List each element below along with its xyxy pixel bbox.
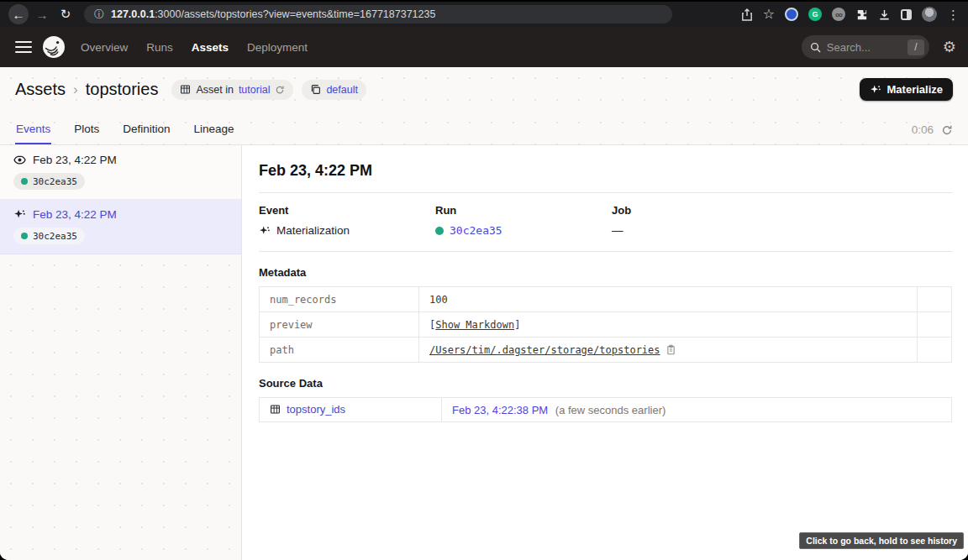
nav-item-deployment[interactable]: Deployment bbox=[247, 41, 308, 54]
browser-toolbar-right: ☆ G oo ⋮ bbox=[741, 7, 960, 22]
browser-window: ← → ↻ ⓘ 127.0.0.1:3000/assets/topstories… bbox=[0, 0, 968, 560]
metadata-key: num_records bbox=[260, 287, 419, 312]
metadata-value: /Users/tim/.dagster/storage/topstories bbox=[419, 338, 918, 363]
source-data-section-title: Source Data bbox=[259, 377, 952, 390]
event-column-label: Event bbox=[259, 204, 435, 217]
event-type-value: Materialization bbox=[276, 224, 350, 237]
tab-definition[interactable]: Definition bbox=[122, 114, 171, 144]
timer-extension-icon[interactable] bbox=[785, 8, 798, 21]
downloads-icon[interactable] bbox=[878, 8, 891, 21]
nav-item-overview[interactable]: Overview bbox=[81, 41, 128, 54]
bookmark-star-icon[interactable]: ☆ bbox=[763, 8, 775, 21]
run-success-dot bbox=[21, 178, 28, 185]
run-success-dot bbox=[435, 227, 444, 235]
nav-item-assets[interactable]: Assets bbox=[192, 41, 229, 54]
primary-nav: Overview Runs Assets Deployment bbox=[81, 41, 308, 54]
run-id-link[interactable]: 30c2ea35 bbox=[450, 224, 502, 237]
tab-events[interactable]: Events bbox=[15, 114, 51, 144]
source-time-cell: Feb 23, 4:22:38 PM (a few seconds earlie… bbox=[442, 398, 952, 422]
show-markdown-link[interactable]: Show Markdown bbox=[435, 319, 514, 331]
run-id-badge[interactable]: 30c2ea35 bbox=[13, 228, 85, 244]
run-id-badge[interactable]: 30c2ea35 bbox=[13, 173, 85, 190]
event-timestamp: Feb 23, 4:22 PM bbox=[33, 208, 117, 221]
copy-to-clipboard-icon[interactable] bbox=[666, 344, 676, 355]
forward-button[interactable]: → bbox=[32, 4, 52, 24]
job-column-label: Job bbox=[612, 204, 788, 217]
metadata-key: preview bbox=[260, 312, 419, 338]
back-button[interactable]: ← bbox=[8, 4, 29, 24]
materialization-sparkle-icon bbox=[259, 225, 271, 237]
grammarly-extension-icon[interactable]: G bbox=[808, 8, 822, 21]
auto-refresh-timer: 0:06 bbox=[912, 123, 953, 144]
observation-eye-icon bbox=[13, 154, 26, 166]
share-icon[interactable] bbox=[741, 8, 753, 21]
materialize-label: Materialize bbox=[887, 83, 943, 96]
site-info-icon[interactable]: ⓘ bbox=[94, 8, 104, 22]
events-view: Feb 23, 4:22 PM 30c2ea35 Feb 23, 4:22 PM… bbox=[0, 144, 968, 560]
group-badge[interactable]: default bbox=[302, 80, 366, 100]
job-column: Job — bbox=[612, 204, 788, 237]
materialize-sparkle-icon bbox=[870, 84, 881, 96]
source-data-table: topstory_ids Feb 23, 4:22:38 PM (a few s… bbox=[259, 397, 952, 422]
event-list-item-materialization[interactable]: Feb 23, 4:22 PM 30c2ea35 bbox=[0, 200, 241, 254]
search-box[interactable]: / bbox=[802, 35, 929, 59]
nav-item-runs[interactable]: Runs bbox=[146, 41, 173, 54]
metadata-value: 100 bbox=[419, 287, 918, 312]
hamburger-menu-icon[interactable] bbox=[15, 41, 32, 53]
event-detail: Feb 23, 4:22 PM Event Materialization Ru… bbox=[242, 145, 968, 560]
tutorial-link[interactable]: tutorial bbox=[239, 84, 271, 96]
metadata-section-title: Metadata bbox=[259, 266, 952, 279]
path-link[interactable]: /Users/tim/.dagster/storage/topstories bbox=[429, 344, 660, 356]
browser-chrome: ← → ↻ ⓘ 127.0.0.1:3000/assets/topstories… bbox=[0, 0, 968, 27]
search-input[interactable] bbox=[827, 41, 897, 54]
reload-button[interactable]: ↻ bbox=[55, 4, 76, 24]
refresh-icon[interactable] bbox=[941, 124, 953, 136]
profile-avatar[interactable] bbox=[922, 7, 937, 22]
metadata-actions-cell bbox=[918, 338, 952, 363]
table-row: topstory_ids Feb 23, 4:22:38 PM (a few s… bbox=[260, 398, 952, 422]
source-time-link[interactable]: Feb 23, 4:22:38 PM bbox=[452, 404, 548, 416]
metadata-key: path bbox=[260, 338, 419, 363]
event-list-item-observation[interactable]: Feb 23, 4:22 PM 30c2ea35 bbox=[0, 145, 241, 200]
materialize-button[interactable]: Materialize bbox=[860, 78, 953, 101]
metadata-actions-cell bbox=[918, 312, 952, 338]
breadcrumb-assets-link[interactable]: Assets bbox=[15, 80, 66, 99]
back-history-tooltip: Click to go back, hold to see history bbox=[799, 532, 964, 549]
table-row: preview [Show Markdown] bbox=[260, 312, 952, 338]
run-success-dot bbox=[21, 233, 28, 239]
event-timestamp: Feb 23, 4:22 PM bbox=[33, 154, 117, 166]
job-value: — bbox=[612, 224, 623, 237]
url-path: :3000/assets/topstories?view=events&time… bbox=[155, 8, 435, 20]
run-id: 30c2ea35 bbox=[33, 176, 77, 187]
browser-menu-icon[interactable]: ⋮ bbox=[947, 8, 960, 21]
address-bar[interactable]: ⓘ 127.0.0.1:3000/assets/topstories?view=… bbox=[84, 5, 672, 24]
tutorial-repo-badge[interactable]: Asset in tutorial bbox=[171, 80, 293, 100]
search-icon bbox=[810, 42, 821, 53]
asset-grid-icon bbox=[270, 404, 281, 415]
group-copy-icon bbox=[310, 84, 321, 95]
metadata-actions-cell bbox=[918, 287, 952, 312]
run-column: Run 30c2ea35 bbox=[435, 204, 612, 237]
event-column: Event Materialization bbox=[259, 204, 435, 237]
extensions-puzzle-icon[interactable] bbox=[855, 8, 868, 21]
page-title: topstories bbox=[86, 80, 159, 99]
badge-prefix: Asset in bbox=[196, 84, 233, 96]
run-column-label: Run bbox=[435, 204, 612, 217]
event-summary-columns: Event Materialization Run 30c2ea35 Job — bbox=[259, 193, 952, 251]
source-asset-link[interactable]: topstory_ids bbox=[270, 403, 345, 416]
source-asset-cell: topstory_ids bbox=[260, 398, 442, 422]
navbar-right: / ⚙ bbox=[802, 35, 956, 59]
group-link[interactable]: default bbox=[326, 84, 358, 96]
robot-extension-icon[interactable]: oo bbox=[832, 8, 845, 21]
tab-lineage[interactable]: Lineage bbox=[193, 114, 235, 144]
search-shortcut-key: / bbox=[908, 39, 924, 55]
settings-gear-icon[interactable]: ⚙ bbox=[943, 39, 956, 55]
asset-grid-icon bbox=[180, 84, 191, 95]
dagster-logo[interactable] bbox=[42, 35, 66, 59]
reload-repo-icon[interactable] bbox=[275, 85, 285, 95]
side-panel-icon[interactable] bbox=[901, 9, 912, 20]
breadcrumb: Assets › topstories bbox=[15, 80, 158, 99]
url-host: 127.0.0.1 bbox=[111, 8, 155, 20]
breadcrumb-separator: › bbox=[73, 81, 78, 98]
tab-plots[interactable]: Plots bbox=[73, 114, 100, 144]
